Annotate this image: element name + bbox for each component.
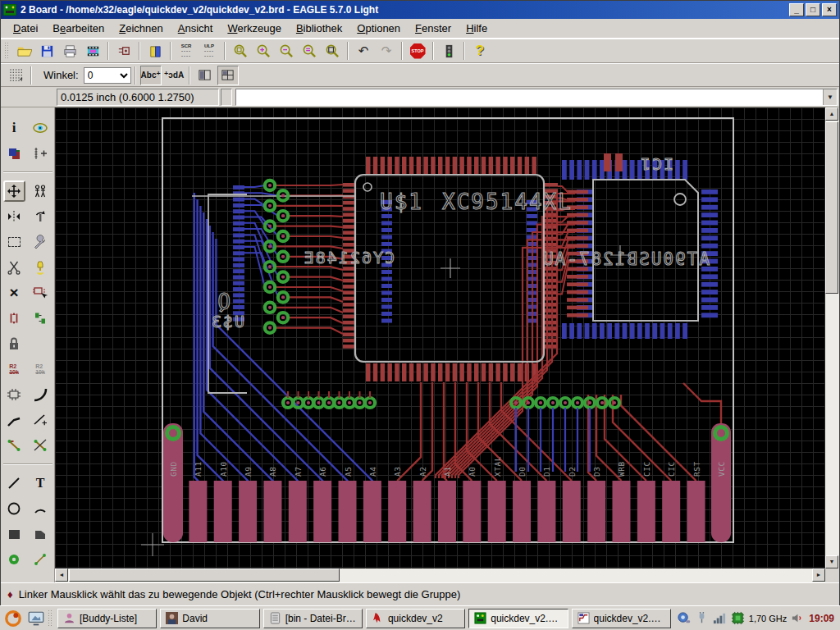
task-button-david[interactable]: David bbox=[160, 609, 259, 628]
winkel-select[interactable]: 0 bbox=[84, 67, 131, 84]
menu-hilfe[interactable]: Hilfe bbox=[459, 20, 495, 37]
hscroll-thumb[interactable] bbox=[69, 568, 340, 582]
tool-display-button[interactable] bbox=[3, 143, 25, 164]
tool-show-button[interactable] bbox=[30, 117, 52, 139]
header-pad-CIC bbox=[662, 481, 680, 542]
tray-plug-icon[interactable] bbox=[695, 611, 709, 625]
tool-paste-button[interactable] bbox=[30, 257, 52, 278]
cam-processor-button[interactable] bbox=[82, 41, 103, 61]
text-upright-button[interactable]: Abc⁺ bbox=[140, 66, 162, 85]
help-button[interactable]: ? bbox=[469, 41, 491, 61]
tool-cut-button[interactable] bbox=[3, 257, 25, 278]
tool-rotate-button[interactable] bbox=[30, 206, 52, 227]
tool-smash-button[interactable] bbox=[3, 384, 25, 405]
tool-replace-button[interactable] bbox=[30, 282, 52, 304]
zoom-redraw-button[interactable] bbox=[322, 41, 343, 61]
tool-miter-button[interactable] bbox=[30, 384, 52, 405]
tool-route-button[interactable] bbox=[3, 435, 25, 456]
run-script-button[interactable]: SCR-------- bbox=[176, 41, 197, 61]
scroll-left-icon[interactable]: ◄ bbox=[55, 568, 68, 582]
tool-lock-button[interactable] bbox=[3, 333, 25, 354]
tool-change-button[interactable] bbox=[30, 231, 52, 253]
horizontal-scrollbar[interactable]: ◄ ► bbox=[55, 568, 825, 582]
zoom-out-button[interactable] bbox=[276, 41, 297, 61]
zoom-in-button[interactable] bbox=[253, 41, 274, 61]
tool-via-button[interactable] bbox=[3, 549, 25, 570]
redo-button[interactable]: ↷ bbox=[376, 41, 397, 61]
scrollbar-corner bbox=[825, 568, 839, 582]
menu-datei[interactable]: Datei bbox=[6, 20, 45, 37]
menu-werkzeuge[interactable]: Werkzeuge bbox=[220, 20, 289, 37]
command-input[interactable] bbox=[236, 89, 823, 105]
tool-copy-button[interactable] bbox=[30, 180, 52, 202]
text-mirrored-button[interactable]: Abc⁺ bbox=[163, 66, 185, 85]
tool-arc-button[interactable] bbox=[30, 498, 52, 519]
show-desktop-launcher[interactable] bbox=[25, 608, 47, 629]
maximize-button[interactable]: □ bbox=[806, 3, 820, 16]
task-button--buddy-liste-[interactable]: [Buddy-Liste] bbox=[57, 609, 157, 628]
tray-display-icon[interactable] bbox=[677, 611, 691, 625]
zoom-select-button[interactable] bbox=[299, 41, 320, 61]
menu-optionen[interactable]: Optionen bbox=[349, 20, 408, 37]
print-button[interactable] bbox=[59, 41, 80, 61]
vertical-scrollbar[interactable]: ▲ ▼ bbox=[825, 107, 839, 568]
zoom-fit-button[interactable] bbox=[230, 41, 251, 61]
tool-mirror-button[interactable] bbox=[3, 206, 25, 227]
board-canvas[interactable]: U$1 XC95144XL IC1 AT90USB1287-AU CY62148… bbox=[55, 107, 825, 568]
menu-zeichnen[interactable]: Zeichnen bbox=[112, 20, 171, 37]
tool-signal-button[interactable] bbox=[30, 549, 52, 570]
task-button--bin-datei-brow-[interactable]: [bin - Datei-Brow... bbox=[263, 609, 363, 628]
minimize-button[interactable]: _ bbox=[789, 3, 804, 16]
close-button[interactable]: × bbox=[822, 3, 837, 16]
save-button[interactable] bbox=[36, 41, 57, 61]
tool-value-button[interactable]: R210k bbox=[30, 358, 52, 380]
use-library-button[interactable] bbox=[144, 41, 166, 61]
tool-meander-button[interactable] bbox=[3, 308, 25, 329]
tool-polygon-button[interactable] bbox=[30, 523, 52, 545]
tray-signal-icon[interactable] bbox=[713, 611, 727, 625]
tool-name-button[interactable]: R210k bbox=[3, 358, 25, 380]
open-button[interactable] bbox=[13, 41, 34, 61]
tool-wire-button[interactable] bbox=[3, 472, 25, 494]
tool-move-button[interactable] bbox=[3, 180, 25, 202]
menu-bearbeiten[interactable]: Bearbeiten bbox=[45, 20, 112, 37]
tool-group-button[interactable] bbox=[3, 231, 25, 253]
pane-grid-button[interactable] bbox=[217, 66, 239, 85]
pane-split-button[interactable] bbox=[194, 66, 216, 85]
run-ulp-button[interactable]: ULP-------- bbox=[199, 41, 220, 61]
tray-volume-icon[interactable] bbox=[791, 611, 805, 625]
tool-split-button[interactable] bbox=[3, 409, 25, 431]
board-schematic-switch-button[interactable] bbox=[113, 41, 135, 61]
distro-menu-launcher[interactable] bbox=[2, 608, 24, 629]
header-pin-label-GND: GND bbox=[169, 461, 178, 477]
menu-ansicht[interactable]: Ansicht bbox=[171, 20, 221, 37]
menu-bibliothek[interactable]: Bibliothek bbox=[289, 20, 349, 37]
tool-ripup-button[interactable] bbox=[30, 435, 52, 456]
task-button-quickdev-v2[interactable]: quickdev_v2 bbox=[366, 609, 465, 628]
tool-circle-button[interactable] bbox=[3, 498, 25, 519]
undo-button[interactable]: ↶ bbox=[353, 41, 374, 61]
tool-rect-button[interactable] bbox=[3, 523, 25, 545]
tool-text-button[interactable]: T bbox=[30, 472, 52, 494]
tool-blank-button bbox=[30, 333, 52, 354]
tool-optimize-button[interactable] bbox=[30, 409, 52, 431]
task-button-quickdev-v2-sch[interactable]: quickdev_v2.sch bbox=[572, 609, 671, 628]
tool-mark-button[interactable] bbox=[30, 143, 52, 164]
header-pin-label-VCC: VCC bbox=[717, 461, 726, 477]
tray-cpu-icon[interactable] bbox=[731, 611, 745, 625]
tool-info-button[interactable]: i bbox=[3, 117, 25, 139]
erc-check-button[interactable] bbox=[438, 41, 459, 61]
grid-button[interactable] bbox=[5, 66, 26, 85]
command-dropdown-icon[interactable]: ▼ bbox=[823, 89, 837, 105]
menu-fenster[interactable]: Fenster bbox=[408, 20, 459, 37]
header-pin-label-A2: A2 bbox=[418, 467, 427, 477]
tool-pinswap-button[interactable] bbox=[30, 308, 52, 329]
stop-button[interactable]: STOP bbox=[407, 41, 428, 61]
tool-delete-button[interactable]: × bbox=[3, 282, 25, 304]
task-button-quickdev-v2-brd[interactable]: quickdev_v2.brd bbox=[468, 609, 568, 628]
scroll-down-icon[interactable]: ▼ bbox=[825, 555, 838, 568]
scroll-up-icon[interactable]: ▲ bbox=[825, 107, 838, 121]
title-bar[interactable]: 2 Board - /home/x32/eagle/quickdev_v2/qu… bbox=[1, 1, 839, 19]
vscroll-thumb[interactable] bbox=[825, 121, 838, 294]
scroll-right-icon[interactable]: ► bbox=[812, 568, 825, 582]
